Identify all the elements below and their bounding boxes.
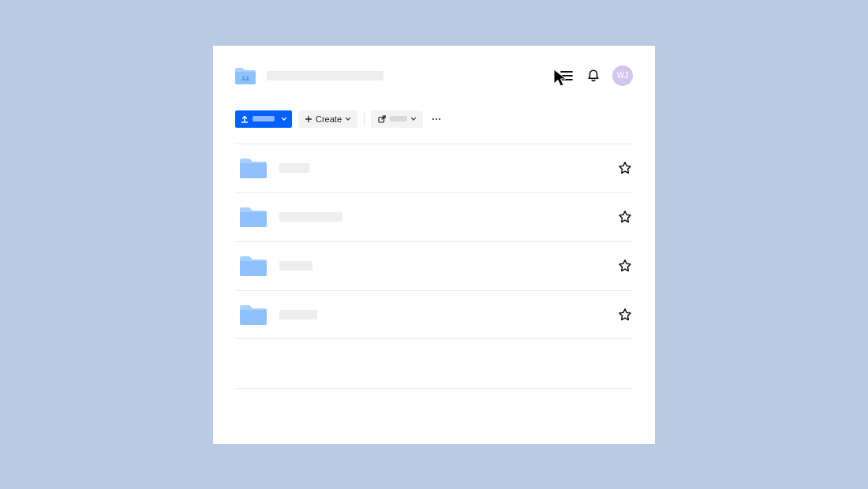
list-item[interactable] [235,192,633,241]
app-window: WJ Create [213,46,655,444]
shared-folder-icon [235,67,256,84]
upload-button[interactable] [235,110,292,128]
star-button[interactable] [617,209,633,225]
list-item[interactable] [235,290,633,339]
upload-icon [240,114,249,124]
list-item[interactable] [235,241,633,290]
svg-point-8 [436,118,437,119]
more-options-button[interactable] [429,112,443,126]
bell-icon[interactable] [586,68,601,84]
dots-horizontal-icon [431,114,442,125]
star-icon [618,161,632,175]
external-link-icon [377,114,387,124]
toolbar: Create [235,110,633,128]
star-icon [618,308,632,322]
chevron-down-icon [345,116,351,122]
file-list [235,144,633,339]
svg-point-0 [242,76,245,78]
folder-icon [240,255,267,277]
star-button[interactable] [617,307,633,323]
toolbar-divider [364,112,365,126]
file-name [279,212,342,222]
export-button[interactable] [371,110,423,128]
avatar[interactable]: WJ [612,65,633,86]
star-icon [618,210,632,224]
file-name [279,310,317,319]
menu-icon[interactable] [559,68,574,84]
breadcrumb[interactable] [235,67,383,84]
chevron-down-icon [410,116,417,122]
chevron-down-icon [281,116,287,122]
export-label [390,116,407,121]
svg-point-9 [439,118,440,119]
folder-icon [240,206,267,228]
svg-point-7 [432,118,434,119]
file-name [279,163,309,173]
svg-point-1 [246,76,249,78]
list-item[interactable] [235,144,633,192]
plus-icon [305,115,312,123]
star-button[interactable] [617,258,633,274]
header: WJ [235,65,633,87]
create-label: Create [316,114,342,124]
star-button[interactable] [617,160,633,176]
folder-icon [240,304,267,326]
file-name [279,261,312,271]
breadcrumb-title [267,71,383,80]
create-button[interactable]: Create [298,110,357,128]
folder-icon [240,157,267,179]
list-bottom-divider [235,388,633,389]
star-icon [618,259,632,273]
upload-label [253,116,275,121]
header-actions: WJ [559,65,633,86]
